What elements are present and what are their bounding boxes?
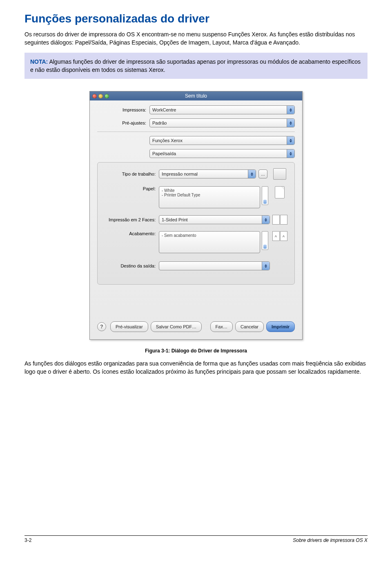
finishing-icon: AA xyxy=(272,231,287,241)
options-panel: Tipo de trabalho: Impressão normal … Pap… xyxy=(97,162,295,285)
paper-label: Papel: xyxy=(102,186,159,191)
finishing-slider[interactable] xyxy=(262,231,268,250)
page-footer: 3-2 Sobre drivers de impressora OS X xyxy=(24,535,368,543)
chevron-updown-icon xyxy=(262,262,270,270)
closing-paragraph: As funções dos diálogos estão organizada… xyxy=(24,359,368,376)
print-dialog: Sem título Impressora: WorkCentre Pré-aj… xyxy=(89,91,303,340)
paper-list[interactable]: - White - Printer Default Type xyxy=(159,186,260,208)
duplex-value: 1-Sided Print xyxy=(162,217,188,222)
chevron-updown-icon xyxy=(248,170,256,178)
output-label: Destino da saída: xyxy=(102,263,159,268)
finishing-list[interactable]: - Sem acabamento xyxy=(159,231,260,253)
duplex-icon xyxy=(272,215,287,225)
footer-page-number: 3-2 xyxy=(24,537,31,543)
chevron-updown-icon xyxy=(287,119,294,127)
titlebar: Sem título xyxy=(90,91,302,100)
cancel-button[interactable]: Cancelar xyxy=(235,321,264,332)
jobtype-label: Tipo de trabalho: xyxy=(102,172,159,176)
chevron-updown-icon xyxy=(262,216,270,224)
jobtype-select[interactable]: Impressão normal xyxy=(159,169,256,178)
chevron-updown-icon xyxy=(287,106,294,114)
jobtype-options-button[interactable]: … xyxy=(258,169,267,178)
preset-select[interactable]: Padrão xyxy=(149,118,295,127)
feature-menu-select[interactable]: Funções Xerox xyxy=(149,136,295,145)
duplex-label: Impressão em 2 Faces: xyxy=(102,217,159,222)
tab-value: Papel/saída xyxy=(152,151,176,156)
printer-value: WorkCentre xyxy=(152,107,176,112)
output-select[interactable] xyxy=(159,261,270,270)
jobtype-value: Impressão normal xyxy=(162,172,198,176)
footer-section: Sobre drivers de impressora OS X xyxy=(293,537,368,543)
note-box: NOTA: Algumas funções do driver de impre… xyxy=(24,53,368,79)
save-pdf-button[interactable]: Salvar Como PDF… xyxy=(151,321,202,332)
note-label: NOTA: xyxy=(30,58,48,65)
fax-button[interactable]: Fax… xyxy=(210,321,233,332)
finishing-label: Acabamento: xyxy=(102,231,159,236)
page-icon xyxy=(275,186,285,198)
print-button[interactable]: Imprimir xyxy=(266,321,295,332)
preset-label: Pré-ajustes: xyxy=(97,120,149,125)
printer-label: Impressora: xyxy=(97,107,149,112)
chevron-updown-icon xyxy=(287,136,294,145)
page-title: Funções personalizadas do driver xyxy=(24,12,368,25)
preview-button[interactable]: Pré-visualizar xyxy=(110,321,148,332)
note-text: Algumas funções do driver de impressora … xyxy=(30,58,361,73)
intro-paragraph: Os recursos do driver de impressora do O… xyxy=(24,30,368,47)
figure-caption: Figura 3-1: Diálogo do Driver de Impress… xyxy=(24,348,368,354)
chevron-updown-icon xyxy=(287,149,294,158)
printer-icon xyxy=(273,168,286,180)
help-button[interactable]: ? xyxy=(97,322,106,331)
preset-value: Padrão xyxy=(152,120,167,125)
feature-menu-value: Funções Xerox xyxy=(152,138,183,143)
paper-slider[interactable] xyxy=(262,186,268,205)
tab-select[interactable]: Papel/saída xyxy=(149,149,295,158)
window-title: Sem título xyxy=(90,93,302,99)
duplex-select[interactable]: 1-Sided Print xyxy=(159,215,270,224)
printer-select[interactable]: WorkCentre xyxy=(149,105,295,114)
